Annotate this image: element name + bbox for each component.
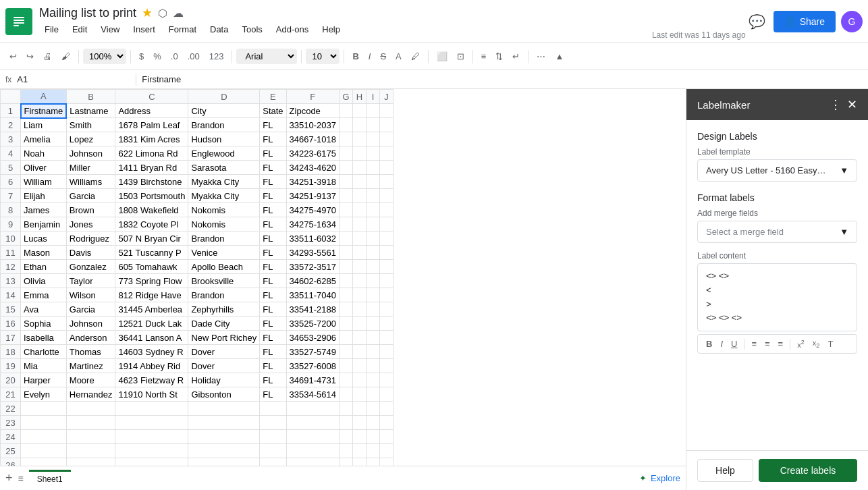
fmt-underline-button[interactable]: U bbox=[728, 337, 740, 350]
table-cell[interactable] bbox=[340, 402, 353, 416]
table-cell[interactable] bbox=[380, 430, 394, 444]
table-cell[interactable]: 34251-3918 bbox=[286, 175, 339, 189]
table-cell[interactable]: Amelia bbox=[21, 132, 67, 146]
table-cell[interactable]: FL bbox=[260, 246, 286, 260]
wrap-button[interactable]: ↵ bbox=[508, 49, 524, 64]
table-cell[interactable] bbox=[380, 189, 394, 203]
fmt-bold-button[interactable]: B bbox=[703, 337, 715, 350]
table-cell[interactable]: 34667-1018 bbox=[286, 132, 339, 146]
table-cell[interactable]: Miller bbox=[66, 161, 115, 175]
menu-help[interactable]: Help bbox=[317, 22, 346, 37]
table-cell[interactable]: Smith bbox=[66, 118, 115, 132]
table-cell[interactable] bbox=[353, 359, 367, 373]
table-cell[interactable]: 34653-2906 bbox=[286, 331, 339, 345]
table-cell[interactable]: FL bbox=[260, 331, 286, 345]
table-cell[interactable] bbox=[353, 302, 367, 317]
table-cell[interactable]: 1832 Coyote Pl bbox=[115, 217, 188, 232]
col-header-j[interactable]: J bbox=[380, 90, 394, 104]
table-cell[interactable] bbox=[188, 416, 260, 430]
table-cell[interactable]: 33511-7040 bbox=[286, 288, 339, 302]
redo-button[interactable]: ↪ bbox=[22, 49, 38, 64]
menu-addons[interactable]: Add-ons bbox=[271, 22, 314, 37]
table-cell[interactable] bbox=[380, 260, 394, 274]
table-cell[interactable] bbox=[380, 444, 394, 458]
italic-button[interactable]: I bbox=[364, 49, 375, 64]
table-cell[interactable] bbox=[340, 288, 353, 302]
table-cell[interactable]: Charlotte bbox=[21, 345, 67, 359]
table-cell[interactable]: Gibsonton bbox=[188, 387, 260, 402]
sheet-tab-sheet1[interactable]: Sheet1 bbox=[29, 470, 71, 487]
table-cell[interactable] bbox=[340, 161, 353, 175]
paint-format-button[interactable]: 🖌 bbox=[57, 49, 74, 64]
table-cell[interactable] bbox=[380, 203, 394, 217]
table-cell[interactable] bbox=[367, 189, 380, 203]
table-cell[interactable] bbox=[115, 402, 188, 416]
table-cell[interactable] bbox=[260, 430, 286, 444]
table-cell[interactable]: 11910 North St bbox=[115, 387, 188, 402]
table-cell[interactable]: Emma bbox=[21, 288, 67, 302]
table-cell[interactable] bbox=[286, 402, 339, 416]
table-cell[interactable]: FL bbox=[260, 189, 286, 203]
table-cell[interactable] bbox=[367, 416, 380, 430]
table-cell[interactable]: 34251-9137 bbox=[286, 189, 339, 203]
panel-close-button[interactable]: ✕ bbox=[847, 97, 857, 112]
table-cell[interactable] bbox=[115, 444, 188, 458]
border-button[interactable]: ⬜ bbox=[433, 49, 452, 64]
table-cell[interactable] bbox=[340, 274, 353, 288]
table-cell[interactable]: Dover bbox=[188, 345, 260, 359]
fmt-superscript-button[interactable]: x2 bbox=[794, 337, 807, 350]
table-cell[interactable]: FL bbox=[260, 359, 286, 373]
table-cell[interactable] bbox=[367, 430, 380, 444]
percent-button[interactable]: % bbox=[149, 49, 165, 64]
col-header-f[interactable]: F bbox=[286, 90, 339, 104]
table-cell[interactable]: Harper bbox=[21, 373, 67, 387]
table-cell[interactable] bbox=[340, 387, 353, 402]
table-cell[interactable]: Evelyn bbox=[21, 387, 67, 402]
table-cell[interactable]: 1808 Wakefield bbox=[115, 203, 188, 217]
table-cell[interactable]: 33572-3517 bbox=[286, 260, 339, 274]
table-cell[interactable] bbox=[188, 430, 260, 444]
table-cell[interactable]: FL bbox=[260, 288, 286, 302]
help-button[interactable]: Help bbox=[697, 459, 753, 482]
table-cell[interactable] bbox=[367, 146, 380, 161]
table-cell[interactable] bbox=[340, 132, 353, 146]
menu-tools[interactable]: Tools bbox=[236, 22, 267, 37]
table-cell[interactable]: FL bbox=[260, 302, 286, 317]
table-cell[interactable] bbox=[115, 416, 188, 430]
table-cell[interactable] bbox=[380, 175, 394, 189]
table-cell[interactable] bbox=[367, 302, 380, 317]
table-cell[interactable]: Apollo Beach bbox=[188, 260, 260, 274]
table-cell[interactable] bbox=[340, 317, 353, 331]
table-cell[interactable]: FL bbox=[260, 132, 286, 146]
col-header-d[interactable]: D bbox=[188, 90, 260, 104]
formula-content[interactable]: Firstname bbox=[142, 74, 863, 84]
table-cell[interactable]: 33534-5614 bbox=[286, 387, 339, 402]
table-cell[interactable] bbox=[380, 246, 394, 260]
table-cell[interactable]: Ethan bbox=[21, 260, 67, 274]
sheet-list-button[interactable]: ≡ bbox=[18, 473, 24, 484]
table-cell[interactable]: Zephyrhills bbox=[188, 302, 260, 317]
table-cell[interactable] bbox=[66, 416, 115, 430]
table-cell[interactable]: Olivia bbox=[21, 274, 67, 288]
table-cell[interactable]: Garcia bbox=[66, 189, 115, 203]
table-cell[interactable]: 773 Spring Flow bbox=[115, 274, 188, 288]
table-cell[interactable] bbox=[367, 317, 380, 331]
menu-data[interactable]: Data bbox=[205, 22, 234, 37]
table-cell[interactable]: 31445 Amberlea bbox=[115, 302, 188, 317]
table-cell[interactable]: FL bbox=[260, 118, 286, 132]
font-select[interactable]: Arial bbox=[236, 49, 297, 64]
table-cell[interactable]: FL bbox=[260, 345, 286, 359]
table-cell[interactable] bbox=[353, 345, 367, 359]
table-cell[interactable]: Lucas bbox=[21, 232, 67, 246]
table-cell[interactable]: 812 Ridge Have bbox=[115, 288, 188, 302]
table-cell[interactable] bbox=[367, 118, 380, 132]
table-cell[interactable] bbox=[353, 387, 367, 402]
zoom-select[interactable]: 100% bbox=[83, 49, 126, 64]
table-cell[interactable]: 605 Tomahawk bbox=[115, 260, 188, 274]
fmt-align-left-button[interactable]: ≡ bbox=[749, 337, 759, 350]
table-cell[interactable]: Elijah bbox=[21, 189, 67, 203]
table-cell[interactable]: Dover bbox=[188, 359, 260, 373]
table-cell[interactable] bbox=[367, 203, 380, 217]
table-cell[interactable]: Dade City bbox=[188, 317, 260, 331]
table-cell[interactable] bbox=[353, 317, 367, 331]
